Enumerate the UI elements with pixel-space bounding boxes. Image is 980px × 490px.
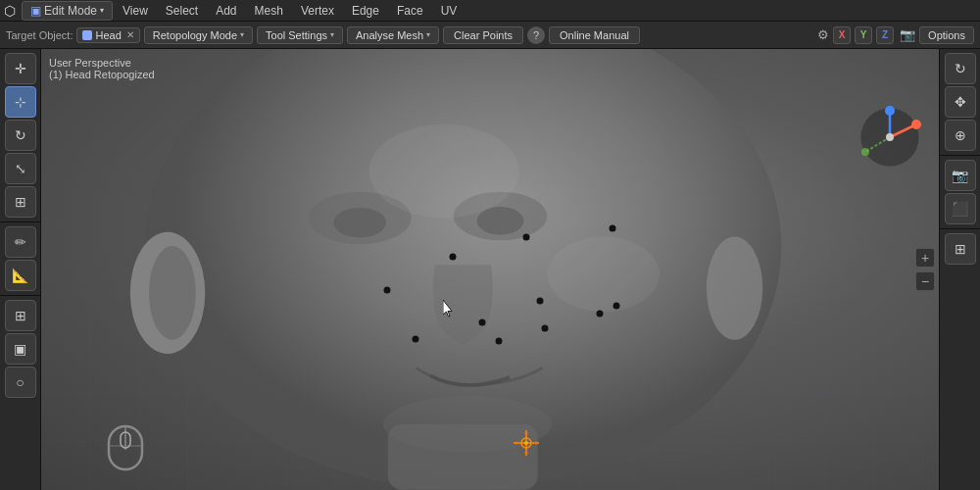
svg-point-3: [707, 237, 762, 340]
header-right-controls: ⚙ X Y Z 📷 Options: [817, 26, 974, 44]
face-menu[interactable]: Face: [389, 2, 431, 20]
mouse-icon-svg: [105, 418, 146, 472]
target-object-icon: [82, 30, 92, 40]
toolbar-separator-2: [0, 295, 40, 296]
head-model-svg: [41, 49, 939, 490]
measure-tool-btn[interactable]: 📐: [5, 260, 36, 291]
z-axis-btn[interactable]: Z: [876, 26, 894, 44]
select-menu[interactable]: Select: [158, 2, 206, 20]
tool-settings-dropdown[interactable]: Tool Settings ▾: [257, 26, 343, 44]
target-object-label: Target Object:: [6, 29, 73, 41]
right-toolbar-separator-2: [940, 228, 980, 229]
zoom-out-btn[interactable]: −: [915, 271, 935, 291]
main-area: ✛ ⊹ ↻ ⤡ ⊞ ✏ 📐 ⊞ ▣ ○: [0, 49, 980, 490]
clear-points-label: Clear Points: [454, 29, 513, 41]
svg-point-20: [886, 133, 894, 141]
zoom-in-btn[interactable]: +: [915, 248, 935, 268]
view-pan-btn[interactable]: ✥: [945, 86, 976, 118]
options-button[interactable]: Options: [919, 26, 974, 44]
blender-logo: ⬡: [4, 3, 16, 19]
layers-btn[interactable]: ⊞: [945, 233, 976, 265]
svg-point-24: [524, 441, 528, 445]
rotate-tool-btn[interactable]: ↻: [5, 120, 36, 151]
cursor-tool-btn[interactable]: ✛: [5, 53, 36, 84]
y-axis-btn[interactable]: Y: [855, 26, 872, 44]
svg-point-7: [477, 207, 524, 235]
mouse-icon: [105, 418, 146, 472]
edge-menu[interactable]: Edge: [344, 2, 387, 20]
transform-tool-btn[interactable]: ⊞: [5, 186, 36, 218]
tool-settings-label: Tool Settings: [266, 29, 327, 41]
view-zoom-btn[interactable]: ⊕: [945, 120, 976, 151]
target-object-name: Head: [95, 29, 121, 41]
snap-icon[interactable]: ⚙: [817, 27, 829, 42]
camera-icon[interactable]: 📷: [900, 27, 915, 42]
tool-settings-arrow: ▾: [330, 30, 334, 39]
viewport[interactable]: User Perspective (1) Head Retopogized Z: [41, 49, 939, 490]
view-menu[interactable]: View: [115, 2, 156, 20]
scale-tool-btn[interactable]: ⤡: [5, 153, 36, 184]
svg-point-2: [149, 246, 196, 340]
navigation-gizmo[interactable]: Z: [856, 103, 924, 172]
x-axis-btn[interactable]: X: [833, 26, 851, 44]
annotate-tool-btn[interactable]: ✏: [5, 226, 36, 258]
add-menu[interactable]: Add: [208, 2, 244, 20]
clear-points-button[interactable]: Clear Points: [443, 26, 523, 44]
right-toolbar: ↻ ✥ ⊕ 📷 ⬛ ⊞: [939, 49, 980, 490]
analyse-mesh-arrow: ▾: [426, 30, 430, 39]
vertex-menu[interactable]: Vertex: [293, 2, 342, 20]
render-btn[interactable]: ⬛: [945, 193, 976, 224]
right-toolbar-separator: [940, 155, 980, 156]
cube-tool-btn[interactable]: ▣: [5, 333, 36, 365]
edit-mode-icon: ▣: [30, 4, 41, 18]
gizmo-svg: Z: [856, 103, 924, 172]
retopology-mode-dropdown[interactable]: Retopology Mode ▾: [144, 26, 253, 44]
retopology-mode-arrow: ▾: [240, 30, 244, 39]
uv-menu[interactable]: UV: [433, 2, 466, 20]
origin-marker: [512, 428, 541, 461]
online-manual-button[interactable]: Online Manual: [549, 26, 640, 44]
svg-point-5: [333, 208, 386, 238]
svg-point-19: [861, 148, 869, 156]
svg-point-9: [369, 124, 519, 219]
left-toolbar: ✛ ⊹ ↻ ⤡ ⊞ ✏ 📐 ⊞ ▣ ○: [0, 49, 41, 490]
svg-text:Z: Z: [888, 104, 893, 113]
mode-dropdown-arrow: ▾: [100, 6, 104, 15]
mode-selector[interactable]: ▣ Edit Mode ▾: [22, 1, 113, 21]
header-bar: Target Object: Head ✕ Retopology Mode ▾ …: [0, 22, 980, 49]
grid-tool-btn[interactable]: ⊞: [5, 300, 36, 331]
target-close-icon[interactable]: ✕: [126, 29, 134, 40]
view-orbit-btn[interactable]: ↻: [945, 53, 976, 84]
viewport-nav-right: + −: [911, 244, 939, 295]
camera-view-btn[interactable]: 📷: [945, 160, 976, 191]
sphere-tool-btn[interactable]: ○: [5, 367, 36, 398]
analyse-mesh-label: Analyse Mesh: [356, 29, 423, 41]
svg-point-10: [547, 237, 660, 312]
mesh-menu[interactable]: Mesh: [247, 2, 291, 20]
move-tool-btn[interactable]: ⊹: [5, 86, 36, 118]
origin-marker-svg: [512, 428, 541, 458]
toolbar-separator-1: [0, 221, 40, 222]
target-object-selector[interactable]: Head ✕: [76, 27, 139, 43]
analyse-mesh-dropdown[interactable]: Analyse Mesh ▾: [347, 26, 439, 44]
help-circle-icon[interactable]: ?: [527, 26, 545, 44]
retopology-mode-label: Retopology Mode: [153, 29, 237, 41]
online-manual-label: Online Manual: [560, 29, 629, 41]
svg-point-17: [911, 120, 921, 129]
top-menu-bar: ⬡ ▣ Edit Mode ▾ View Select Add Mesh Ver…: [0, 0, 980, 22]
